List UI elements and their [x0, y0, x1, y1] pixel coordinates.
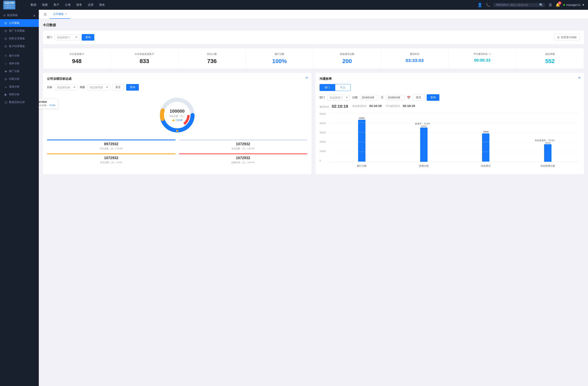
goal-target-select[interactable]: 请选择目标: [55, 84, 77, 90]
comm-tab-dept[interactable]: 部门: [319, 84, 335, 91]
y-label-10k: 10000: [319, 150, 329, 152]
main-layout: ⊟ 数据看板 ▲ ⊡ 公司看板 ⊡ 推广主管看板 ⊡ 销售主管看板 ⊡ 客户经理…: [0, 10, 588, 386]
search-icon[interactable]: 🔍: [539, 3, 543, 7]
stat-label-4: 有效通话次数: [317, 52, 378, 56]
user-dropdown-icon[interactable]: ▼: [582, 3, 585, 6]
sidebar-section-label: 数据看板: [7, 14, 18, 17]
comm-query-button[interactable]: 查询: [427, 94, 439, 101]
nav-ops[interactable]: 运营: [88, 2, 93, 8]
notification-badge: 5: [558, 1, 561, 5]
nav-customers[interactable]: 客户: [54, 2, 59, 8]
comm-effective-value: 02:10:19: [369, 104, 382, 108]
stat-revisit: 回访人数 736: [178, 48, 246, 69]
search-type-select[interactable]: 手机号码: [495, 3, 509, 6]
goal-stat-value-3: 1072932: [179, 156, 308, 160]
comm-call-duration-label: 通话时长: [319, 105, 329, 108]
goal-reset-button[interactable]: 重置: [112, 84, 124, 91]
today-query-button[interactable]: 查询: [82, 34, 94, 41]
sidebar-item-company-board[interactable]: ⊡ 公司看板: [0, 19, 39, 27]
notification-icon[interactable]: 🔔 5: [556, 3, 560, 7]
goal-stat-value-0: 8972932: [47, 142, 176, 146]
bar-top-label-2: 29000: [483, 131, 489, 133]
bar-chart: 0 10000 20000 30000 40000 50000: [319, 113, 580, 170]
sidebar-item-channel[interactable]: ⟁ 渠道分析: [0, 83, 39, 91]
nav-data[interactable]: 数据: [31, 2, 36, 8]
sidebar-collapse-icon[interactable]: ▲: [33, 14, 36, 17]
search-input[interactable]: [510, 3, 538, 6]
comm-avg-label: 平均通话时长: [386, 105, 400, 108]
sidebar-icon-funnel: ▽: [4, 54, 7, 57]
nav-signup[interactable]: 报名: [99, 2, 105, 8]
stat-value-5: 03:33:03: [384, 58, 445, 63]
sidebar-item-account-manager[interactable]: ⊡ 客户经理看板: [0, 42, 39, 50]
sidebar-item-promo-analysis[interactable]: ◈ 推广分析: [0, 67, 39, 75]
nav-leads[interactable]: 线索: [42, 2, 48, 8]
goal-indicator-target: [47, 154, 176, 154]
phone-icon[interactable]: 📞: [486, 3, 490, 7]
comm-tab-personal[interactable]: 个人: [335, 84, 351, 91]
comm-call-duration-value: 02:10:19: [332, 104, 348, 109]
donut-chart-area: 1072932 所占比例： 70.9%: [47, 95, 307, 135]
sidebar-item-cost[interactable]: ◌ 成本分析: [0, 59, 39, 67]
goal-stat-completed: 8972932 已完成量（元）| 70.9%: [47, 139, 176, 150]
goal-refresh-icon[interactable]: ⟳: [306, 76, 308, 79]
tab-toggle-icon[interactable]: ☰: [42, 10, 48, 19]
user-info[interactable]: manager11 ▼: [563, 3, 585, 6]
sidebar-item-data-flow[interactable]: ◳ 数据流转记录: [0, 98, 39, 106]
sidebar-icon-visitor: ◎: [4, 77, 7, 81]
stat-label-5: 通话时长: [384, 52, 445, 56]
sidebar-label-account: 客户经理看板: [9, 44, 25, 48]
sidebar-label-promo-analysis: 推广分析: [9, 69, 20, 73]
goal-stat-label-2: 应完成量（元）| 8.9%: [47, 161, 176, 164]
sidebar-item-visitor[interactable]: ◎ 访客分析: [0, 75, 39, 83]
x-label-3: 有效接通次数: [520, 164, 576, 168]
stat-effective-calls: 有效通话次数 200: [314, 48, 381, 69]
comm-reset-button[interactable]: 重置: [413, 94, 424, 101]
bar-0: [358, 120, 365, 162]
tab-close-icon[interactable]: ✕: [65, 13, 67, 16]
settings-button[interactable]: ⚙ 设置显示指标: [554, 34, 580, 41]
comm-refresh-icon[interactable]: ⟳: [578, 76, 581, 79]
dept-filter-label: 部门: [47, 36, 52, 39]
nav-finance[interactable]: 财务: [76, 2, 82, 8]
sidebar-header-text: ⊟ 数据看板: [3, 14, 18, 17]
goal-indicator-completed: [47, 139, 176, 140]
comm-stats: 通话时长 02:10:19 有效通话时长 02:10:19 平均通话时长 02:…: [319, 104, 580, 109]
sidebar-icon-company: ⊡: [4, 21, 7, 25]
sidebar-item-promo-manager[interactable]: ⊡ 推广主管看板: [0, 27, 39, 35]
comm-date-to[interactable]: [386, 95, 404, 100]
sidebar-item-sales-analysis[interactable]: ◐ 销售分析: [0, 91, 39, 98]
user-icon[interactable]: 👤: [477, 2, 483, 7]
goal-period-label: 周期: [80, 85, 85, 89]
sidebar-label-company: 公司看板: [9, 21, 20, 25]
monitor-icon[interactable]: 🖥: [548, 3, 552, 7]
comm-date-from[interactable]: [360, 95, 378, 100]
goal-period-select[interactable]: 请选择周期: [87, 84, 110, 90]
bar-3: 有效接通率：70.9%: [544, 144, 551, 162]
goal-indicator-incomplete: [179, 139, 308, 140]
goal-target-label: 目标: [47, 85, 52, 89]
tab-company-board[interactable]: 公司看板 ✕: [50, 10, 70, 19]
filter-row: 部门 请选择部门 查询 ⚙ 设置显示指标: [43, 31, 584, 44]
goal-controls: 目标 请选择目标 周期 请选择周期 重置 查询: [47, 84, 307, 91]
main-content: ☰ 公司看板 ✕ 今日数据 部门 请选择部门 查询: [39, 10, 588, 386]
sidebar-item-sales-manager[interactable]: ⊡ 销售主管看板: [0, 35, 39, 42]
stat-first-consult: 今日首咨客户 948: [43, 48, 111, 69]
calendar-icon[interactable]: 📅: [407, 96, 410, 99]
sidebar-header-dashboard[interactable]: ⊟ 数据看板 ▲: [0, 11, 39, 19]
goal-stats: 8972932 已完成量（元）| 70.9% 1072932 未完成量（元）| …: [47, 139, 307, 164]
nav-sea[interactable]: 公海: [65, 2, 71, 8]
y-label-40k: 40000: [319, 122, 329, 124]
dept-filter-select[interactable]: 请选择部门: [55, 35, 79, 40]
sidebar-item-funnel[interactable]: ▽ 漏斗分析: [0, 52, 39, 59]
goal-query-button[interactable]: 查询: [126, 84, 139, 91]
comm-date-sep: 至: [381, 96, 384, 99]
goal-stat-label-0: 已完成量（元）| 70.9%: [47, 147, 176, 150]
settings-icon: ⚙: [557, 36, 560, 39]
donut-center: 100000 目标总量（元） 👍 已达成: [169, 109, 185, 122]
comm-dept-select[interactable]: 请选择部门: [327, 95, 350, 101]
bar-1-annotation: 接通率：70.9%: [414, 122, 431, 126]
stat-value-6: 00:00:33: [452, 58, 513, 63]
bar-group-0: 43000: [334, 113, 390, 162]
stat-dial-count: 拨打次数 100%: [246, 48, 314, 69]
